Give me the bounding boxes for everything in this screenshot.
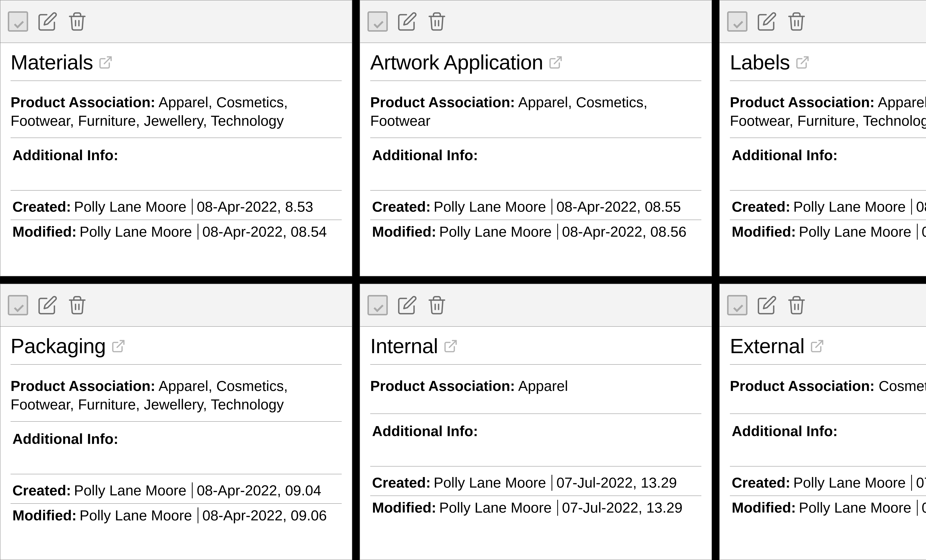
open-external-button[interactable]	[810, 339, 825, 354]
modified-date: 07-Jul-2022, 13.29	[562, 499, 682, 516]
product-association-row: Product Association: Apparel, Cosmetics,…	[11, 89, 342, 138]
delete-button[interactable]	[786, 11, 807, 32]
created-user: Polly Lane Moore	[793, 474, 906, 491]
divider	[192, 483, 193, 498]
card-toolbar	[0, 284, 352, 327]
created-label: Created:	[12, 482, 71, 499]
modified-date: 08-Apr-2022, 08.58	[922, 223, 926, 240]
additional-info-label: Additional Info:	[372, 423, 478, 439]
card: Materials Product Association: Apparel, …	[0, 0, 352, 276]
select-checkbox[interactable]	[368, 295, 388, 315]
product-association-row: Product Association: Apparel, Cosmetics,…	[730, 89, 926, 138]
created-label: Created:	[372, 474, 431, 491]
edit-button[interactable]	[38, 11, 58, 32]
card-content: Packaging Product Association: Apparel, …	[0, 327, 352, 560]
created-label: Created:	[12, 198, 71, 215]
select-checkbox[interactable]	[727, 295, 747, 315]
open-external-button[interactable]	[795, 55, 810, 70]
modified-label: Modified:	[732, 223, 796, 240]
created-date: 08-Apr-2022, 8.53	[197, 198, 313, 215]
product-association-value: Apparel	[518, 378, 568, 394]
product-association-row: Product Association: Apparel, Cosmetics,…	[370, 89, 701, 138]
card: Internal Product Association: Apparel Ad…	[360, 284, 712, 560]
delete-button[interactable]	[67, 295, 88, 315]
modified-label: Modified:	[732, 499, 796, 516]
created-label: Created:	[372, 198, 431, 215]
edit-icon	[397, 11, 418, 32]
trash-icon	[786, 11, 807, 32]
select-checkbox[interactable]	[8, 295, 28, 315]
edit-button[interactable]	[397, 11, 418, 32]
created-user: Polly Lane Moore	[74, 198, 186, 215]
svg-line-17	[449, 341, 456, 347]
created-date: 08-Apr-2022, 08.55	[556, 198, 681, 215]
modified-date: 08-Apr-2022, 09.06	[203, 507, 327, 524]
product-association-label: Product Association:	[370, 94, 515, 110]
edit-button[interactable]	[38, 295, 58, 315]
created-user: Polly Lane Moore	[434, 198, 546, 215]
open-external-button[interactable]	[111, 339, 126, 354]
svg-line-14	[117, 341, 124, 347]
card-title-row: Materials	[11, 50, 342, 81]
divider	[557, 500, 558, 516]
product-association-label: Product Association:	[730, 378, 875, 394]
card-content: Labels Product Association: Apparel, Cos…	[720, 43, 926, 276]
card-toolbar	[360, 284, 711, 327]
created-row: Created: Polly Lane Moore 07-Jul-2022, 1…	[370, 471, 701, 496]
divider	[192, 199, 193, 215]
card: Labels Product Association: Apparel, Cos…	[719, 0, 926, 276]
divider	[917, 500, 918, 516]
delete-button[interactable]	[786, 295, 807, 315]
modified-row: Modified: Polly Lane Moore 08-Apr-2022, …	[11, 504, 342, 528]
edit-button[interactable]	[757, 295, 777, 315]
modified-label: Modified:	[12, 223, 77, 240]
additional-info-row: Additional Info:	[11, 142, 342, 191]
external-link-icon	[810, 339, 825, 354]
divider	[198, 224, 198, 240]
card-content: Materials Product Association: Apparel, …	[0, 43, 352, 276]
open-external-button[interactable]	[98, 55, 113, 70]
product-association-label: Product Association:	[730, 94, 875, 110]
edit-button[interactable]	[397, 295, 418, 315]
modified-user: Polly Lane Moore	[799, 499, 911, 516]
card: Artwork Application Product Association:…	[360, 0, 712, 276]
select-checkbox[interactable]	[8, 11, 28, 32]
modified-label: Modified:	[372, 499, 436, 516]
card-title-row: External	[730, 334, 926, 365]
card-title: Materials	[11, 50, 93, 74]
check-icon	[727, 11, 747, 32]
card-title-row: Packaging	[11, 334, 342, 365]
modified-label: Modified:	[372, 223, 436, 240]
divider	[552, 199, 552, 215]
created-user: Polly Lane Moore	[74, 482, 186, 499]
modified-row: Modified: Polly Lane Moore 08-Apr-2022, …	[11, 220, 342, 245]
product-association-label: Product Association:	[11, 94, 155, 110]
open-external-button[interactable]	[548, 55, 563, 70]
delete-button[interactable]	[427, 295, 447, 315]
product-association-label: Product Association:	[370, 378, 515, 394]
product-association-row: Product Association: Apparel, Cosmetics,…	[11, 373, 342, 422]
modified-row: Modified: Polly Lane Moore 07-Jul-2022, …	[730, 496, 926, 521]
trash-icon	[427, 295, 447, 315]
edit-button[interactable]	[757, 11, 777, 32]
card-title: Artwork Application	[370, 50, 543, 74]
created-date: 08-Apr-2022, 09.04	[197, 482, 321, 499]
created-date: 08-Apr-2022, 08.56	[916, 198, 926, 215]
open-external-button[interactable]	[443, 339, 458, 354]
delete-button[interactable]	[427, 11, 447, 32]
card-toolbar	[360, 0, 711, 43]
svg-line-8	[801, 57, 808, 64]
created-row: Created: Polly Lane Moore 08-Apr-2022, 0…	[11, 479, 342, 504]
modified-row: Modified: Polly Lane Moore 07-Jul-2022, …	[370, 496, 701, 521]
check-icon	[8, 11, 28, 32]
delete-button[interactable]	[67, 11, 88, 32]
select-checkbox[interactable]	[368, 11, 388, 32]
additional-info-label: Additional Info:	[372, 147, 478, 163]
edit-icon	[38, 11, 58, 32]
select-checkbox[interactable]	[727, 11, 747, 32]
edit-icon	[38, 295, 58, 315]
product-association-value: Cosmetics, Technology	[879, 378, 926, 394]
external-link-icon	[548, 55, 563, 70]
check-icon	[368, 11, 388, 32]
modified-user: Polly Lane Moore	[439, 223, 552, 240]
